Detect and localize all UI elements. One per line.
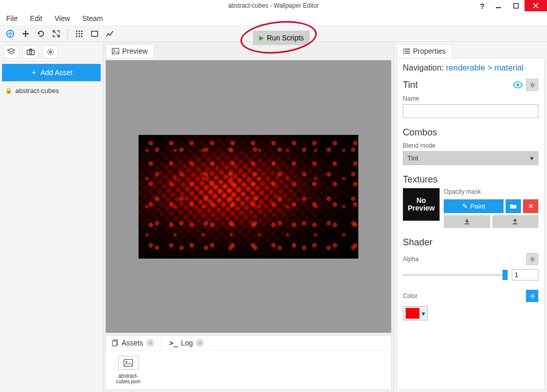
- camera-icon[interactable]: [22, 45, 39, 58]
- lock-icon: 🔒: [5, 87, 12, 94]
- svg-point-11: [76, 35, 78, 37]
- properties-tab-label: Properties: [413, 47, 446, 55]
- help-button[interactable]: ?: [480, 0, 485, 11]
- export-icon: [512, 218, 518, 225]
- asset-sidebar: ＋ Add Asset 🔒 abstract-cubes: [0, 42, 103, 392]
- visibility-icon[interactable]: [513, 81, 523, 88]
- shader-section-title: Shader: [403, 237, 538, 248]
- copy-icon: [112, 339, 119, 347]
- svg-rect-1: [514, 4, 518, 8]
- svg-point-27: [403, 49, 404, 50]
- svg-point-29: [403, 53, 404, 54]
- svg-point-7: [81, 30, 83, 32]
- color-settings-button[interactable]: [526, 290, 538, 302]
- alpha-slider[interactable]: [403, 274, 508, 276]
- center-panel: Preview Assets ✕ >_ Log ✕: [103, 42, 394, 392]
- close-icon[interactable]: ✕: [146, 339, 154, 347]
- blend-mode-label: Blend mode: [403, 142, 538, 149]
- export-button[interactable]: [492, 215, 539, 228]
- tint-section-title: Tint: [403, 80, 418, 90]
- svg-point-10: [81, 33, 83, 34]
- close-icon[interactable]: ✕: [196, 339, 204, 347]
- opacity-mask-label: Opacity mask: [444, 188, 538, 195]
- menu-view[interactable]: View: [54, 12, 71, 25]
- minimize-button[interactable]: [490, 0, 507, 11]
- tint-settings-button[interactable]: [526, 79, 538, 91]
- x-icon: ✕: [528, 202, 534, 210]
- combos-section-title: Combos: [403, 127, 538, 138]
- preview-tab[interactable]: Preview: [105, 44, 154, 58]
- alpha-settings-button[interactable]: [526, 253, 538, 265]
- free-transform-tool-icon[interactable]: [4, 28, 16, 40]
- log-tab[interactable]: >_ Log ✕: [163, 336, 211, 350]
- scale-tool-icon[interactable]: [50, 28, 62, 40]
- layers-icon[interactable]: [3, 45, 19, 58]
- color-picker[interactable]: ▾: [403, 306, 428, 320]
- move-tool-icon[interactable]: [19, 28, 32, 40]
- alpha-input[interactable]: [512, 269, 538, 281]
- name-input[interactable]: [403, 104, 538, 118]
- svg-point-30: [517, 84, 519, 86]
- asset-thumb-label: abstract-cubes.json: [111, 373, 146, 384]
- svg-point-9: [79, 33, 80, 34]
- svg-point-34: [531, 258, 533, 260]
- breadcrumb: Navigation: renderable > material: [403, 63, 538, 73]
- texture-thumbnail[interactable]: No Preview: [403, 188, 440, 221]
- svg-rect-14: [92, 31, 98, 36]
- import-button[interactable]: [444, 215, 490, 228]
- pencil-icon: ✎: [462, 202, 468, 210]
- run-scripts-button[interactable]: ▶ Run Scripts: [253, 31, 310, 45]
- asset-item-label: abstract-cubes: [15, 87, 59, 95]
- asset-list-item[interactable]: 🔒 abstract-cubes: [4, 85, 99, 96]
- add-asset-button[interactable]: ＋ Add Asset: [2, 64, 101, 81]
- svg-rect-22: [124, 360, 133, 366]
- nav-label: Navigation:: [403, 63, 444, 72]
- gear-icon[interactable]: [42, 45, 58, 58]
- properties-panel: Properties Navigation: renderable > mate…: [394, 42, 547, 392]
- delete-texture-button[interactable]: ✕: [523, 199, 538, 213]
- rotate-tool-icon[interactable]: [35, 28, 47, 40]
- image-file-icon: [118, 356, 139, 370]
- paint-label: Paint: [470, 202, 486, 210]
- run-scripts-label: Run Scripts: [267, 34, 304, 42]
- alpha-label: Alpha: [403, 256, 419, 263]
- play-icon: ▶: [259, 34, 264, 41]
- svg-point-13: [81, 35, 83, 37]
- browse-button[interactable]: [506, 199, 521, 213]
- svg-rect-21: [112, 341, 117, 346]
- menubar: File Edit View Steam: [0, 11, 547, 26]
- color-label: Color: [403, 292, 418, 299]
- color-swatch: [405, 308, 420, 319]
- nav-material-link[interactable]: material: [494, 63, 523, 72]
- svg-point-8: [76, 33, 78, 34]
- maximize-button[interactable]: [507, 0, 525, 11]
- name-field-label: Name: [403, 95, 538, 102]
- preview-viewport[interactable]: [105, 60, 392, 333]
- textures-section-title: Textures: [403, 174, 538, 185]
- paint-button[interactable]: ✎ Paint: [444, 199, 504, 213]
- svg-point-31: [531, 84, 533, 86]
- slider-thumb[interactable]: [503, 270, 508, 280]
- nav-renderable-link[interactable]: renderable: [446, 63, 486, 72]
- import-icon: [464, 218, 470, 225]
- stats-icon[interactable]: [104, 28, 116, 40]
- menu-edit[interactable]: Edit: [29, 12, 43, 25]
- asset-thumb[interactable]: abstract-cubes.json: [111, 356, 146, 384]
- plus-icon: ＋: [30, 68, 37, 77]
- assets-tab[interactable]: Assets ✕: [106, 336, 161, 350]
- svg-point-17: [49, 51, 51, 53]
- svg-point-19: [113, 50, 115, 51]
- list-icon: [403, 48, 410, 54]
- preview-image: [139, 135, 358, 259]
- grid-icon[interactable]: [73, 28, 85, 40]
- blend-mode-select[interactable]: Tint ▾: [403, 151, 538, 165]
- chevron-down-icon: ▾: [530, 154, 534, 162]
- menu-steam[interactable]: Steam: [81, 12, 104, 25]
- close-button[interactable]: [525, 0, 547, 11]
- assets-tab-label: Assets: [122, 339, 143, 347]
- properties-tab[interactable]: Properties: [396, 44, 452, 58]
- menu-file[interactable]: File: [5, 12, 19, 25]
- preview-tab-label: Preview: [122, 47, 148, 55]
- rectangle-icon[interactable]: [88, 28, 101, 40]
- svg-point-35: [531, 295, 533, 297]
